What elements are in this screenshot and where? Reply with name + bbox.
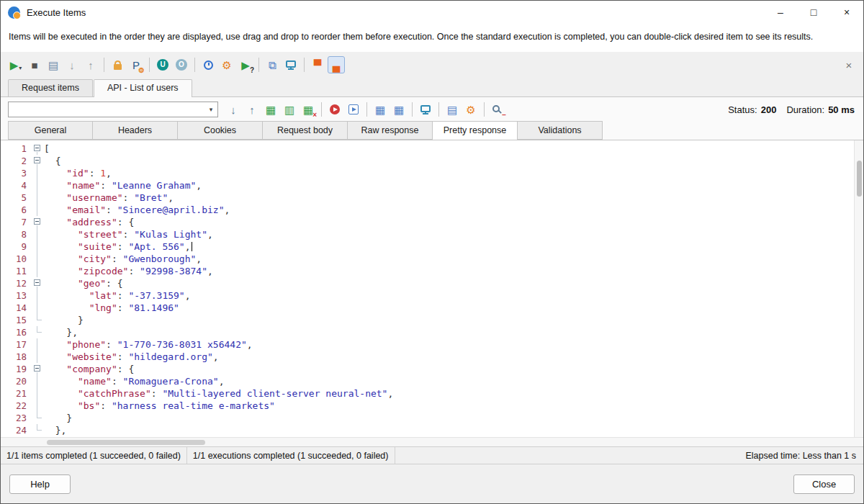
response-tab-request-body[interactable]: Request body bbox=[263, 121, 348, 140]
fold-collapse-icon[interactable] bbox=[34, 157, 40, 163]
filter-combobox[interactable]: ▾ bbox=[8, 102, 218, 117]
code-line[interactable]: 17 "phone": "1-770-736-8031 x56442", bbox=[1, 338, 854, 351]
response-tab-raw-response[interactable]: Raw response bbox=[348, 121, 433, 140]
code-line[interactable]: 20 "name": "Romaguera-Crona", bbox=[1, 375, 854, 387]
stop-icon[interactable]: ■ bbox=[26, 56, 43, 73]
code-line[interactable]: 16 }, bbox=[1, 326, 854, 338]
duplicate-window-icon[interactable]: ⧉ bbox=[264, 56, 281, 73]
move-up-icon[interactable]: ↑ bbox=[82, 56, 99, 73]
code-line[interactable]: 24 }, bbox=[1, 424, 854, 436]
code-line[interactable]: 1[ bbox=[1, 143, 854, 155]
help-button[interactable]: Help bbox=[9, 474, 71, 494]
run-selected-icon[interactable] bbox=[345, 101, 362, 118]
code-line[interactable]: 9 "suite": "Apt. 556", bbox=[1, 240, 854, 253]
letter-o-icon[interactable]: O bbox=[173, 56, 190, 73]
code-line[interactable]: 5 "username": "Bret", bbox=[1, 192, 854, 204]
filter-combobox-input[interactable] bbox=[9, 102, 204, 117]
grid-clear-icon[interactable]: ▦× bbox=[300, 101, 317, 118]
result-settings-icon[interactable]: ⚙ bbox=[462, 101, 480, 118]
move-down-icon[interactable]: ↓ bbox=[63, 56, 81, 73]
send-to-monitor-icon[interactable] bbox=[282, 56, 300, 73]
scroll-up-icon[interactable]: ↑ bbox=[243, 101, 261, 118]
response-tab-validations[interactable]: Validations bbox=[518, 121, 603, 140]
code-line[interactable]: 11 "zipcode": "92998-3874", bbox=[1, 265, 854, 277]
line-number: 10 bbox=[1, 253, 32, 265]
app-icon bbox=[8, 6, 20, 19]
code-text: "phone": "1-770-736-8031 x56442", bbox=[44, 338, 854, 351]
code-line[interactable]: 6 "email": "Sincere@april.biz", bbox=[1, 204, 854, 216]
tab-request-items[interactable]: Request items bbox=[8, 79, 93, 96]
fold-collapse-icon[interactable] bbox=[34, 218, 40, 225]
code-line[interactable]: 14 "lng": "81.1496" bbox=[1, 302, 854, 314]
export-monitor-icon[interactable] bbox=[417, 101, 434, 118]
code-line[interactable]: 4 "name": "Leanne Graham", bbox=[1, 179, 854, 192]
close-button[interactable]: Close bbox=[793, 474, 855, 494]
pretty-response-editor[interactable]: 1[2 {3 "id": 1,4 "name": "Leanne Graham"… bbox=[1, 140, 863, 446]
run-question-icon[interactable]: ▶? bbox=[237, 56, 254, 73]
titlebar: Execute Items – □ × bbox=[1, 1, 863, 24]
maximize-button[interactable]: □ bbox=[797, 1, 830, 24]
fold-toggle[interactable] bbox=[32, 363, 44, 375]
fold-toggle[interactable] bbox=[32, 277, 44, 289]
response-tab-general[interactable]: General bbox=[8, 121, 93, 140]
replay-icon[interactable] bbox=[326, 101, 343, 118]
fold-collapse-icon[interactable] bbox=[34, 279, 40, 286]
code-line[interactable]: 2 { bbox=[1, 155, 854, 167]
fold-line bbox=[32, 326, 44, 338]
lock-icon[interactable] bbox=[109, 56, 126, 73]
execution-log-icon[interactable]: ▤ bbox=[45, 56, 62, 73]
compare-left-icon[interactable]: ▦ bbox=[372, 101, 389, 118]
horizontal-scrollbar-thumb[interactable] bbox=[47, 440, 205, 445]
vertical-scrollbar-thumb[interactable] bbox=[857, 161, 862, 197]
letter-u-icon[interactable]: U bbox=[154, 56, 171, 73]
edit-grid-icon[interactable]: ▤ bbox=[444, 101, 461, 118]
layout-top-icon[interactable]: ▀ bbox=[309, 56, 326, 73]
fold-line bbox=[32, 412, 44, 424]
code-line[interactable]: 18 "website": "hildegard.org", bbox=[1, 351, 854, 363]
proxy-settings-icon[interactable]: P⚙ bbox=[127, 56, 145, 73]
code-line[interactable]: 8 "street": "Kulas Light", bbox=[1, 228, 854, 240]
code-line[interactable]: 7 "address": { bbox=[1, 216, 854, 228]
response-tab-pretty-response[interactable]: Pretty response bbox=[433, 121, 518, 140]
timer-icon[interactable] bbox=[199, 56, 217, 73]
run-icon[interactable]: ▶▾ bbox=[7, 56, 24, 73]
code-line[interactable]: 10 "city": "Gwenborough", bbox=[1, 253, 854, 265]
code-line[interactable]: 3 "id": 1, bbox=[1, 167, 854, 179]
code-line[interactable]: 15 } bbox=[1, 314, 854, 326]
fold-toggle[interactable] bbox=[32, 216, 44, 228]
horizontal-scrollbar[interactable] bbox=[1, 437, 863, 446]
code-line[interactable]: 19 "company": { bbox=[1, 363, 854, 375]
code-area[interactable]: 1[2 {3 "id": 1,4 "name": "Leanne Graham"… bbox=[1, 140, 854, 437]
chevron-down-icon[interactable]: ▾ bbox=[204, 102, 217, 117]
code-line[interactable]: 12 "geo": { bbox=[1, 277, 854, 289]
response-tab-headers[interactable]: Headers bbox=[93, 121, 178, 140]
layout-bottom-icon[interactable]: ▄ bbox=[328, 56, 345, 73]
line-number: 2 bbox=[1, 155, 32, 167]
vertical-scrollbar[interactable] bbox=[854, 140, 863, 437]
code-line[interactable]: 21 "catchPhrase": "Multi-layered client-… bbox=[1, 387, 854, 400]
compare-right-icon[interactable]: ▦ bbox=[390, 101, 408, 118]
line-number: 5 bbox=[1, 192, 32, 204]
toolbar-separator bbox=[412, 102, 413, 117]
response-tab-cookies[interactable]: Cookies bbox=[178, 121, 263, 140]
settings-icon[interactable]: ⚙ bbox=[218, 56, 235, 73]
fold-toggle[interactable] bbox=[32, 143, 44, 155]
toolbar-separator bbox=[321, 102, 322, 117]
code-line[interactable]: 13 "lat": "-37.3159", bbox=[1, 289, 854, 302]
grid-view-icon[interactable]: ▦ bbox=[262, 101, 279, 118]
code-line[interactable]: 22 "bs": "harness real-time e-markets" bbox=[1, 400, 854, 412]
line-number: 17 bbox=[1, 338, 32, 351]
main-toolbar: ▶▾■▤↓↑P⚙UO⚙▶?⧉▀▄× bbox=[1, 52, 863, 78]
zoom-out-icon[interactable]: − bbox=[489, 101, 506, 118]
fold-toggle[interactable] bbox=[32, 155, 44, 167]
grid-columns-icon[interactable]: ▥ bbox=[281, 101, 298, 118]
minimize-button[interactable]: – bbox=[764, 1, 797, 24]
close-window-button[interactable]: × bbox=[830, 1, 863, 24]
code-line[interactable]: 23 } bbox=[1, 412, 854, 424]
close-panel-icon[interactable]: × bbox=[840, 56, 858, 73]
tab-api-list-of-users[interactable]: API - List of users bbox=[94, 79, 192, 97]
fold-collapse-icon[interactable] bbox=[34, 145, 40, 151]
toolbar-separator bbox=[149, 58, 150, 72]
scroll-down-icon[interactable]: ↓ bbox=[225, 101, 242, 118]
fold-collapse-icon[interactable] bbox=[34, 365, 40, 372]
